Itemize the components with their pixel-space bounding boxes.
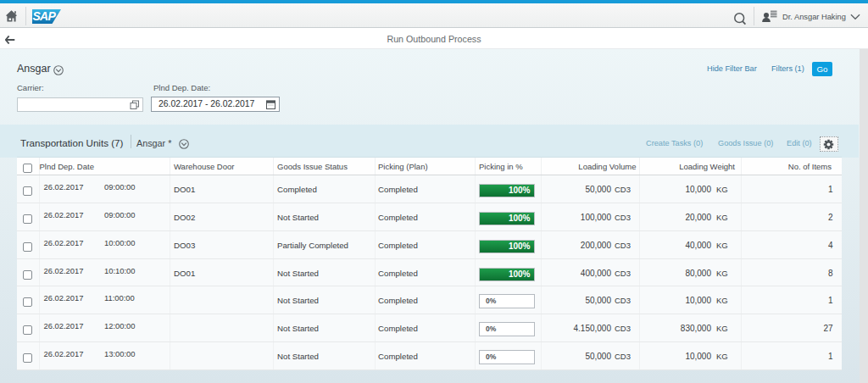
svg-text:SAP: SAP — [33, 9, 57, 23]
